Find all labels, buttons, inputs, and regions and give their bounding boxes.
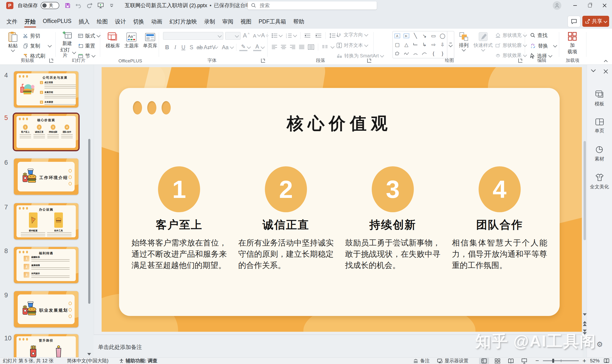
tab-animations[interactable]: 动画 [148, 15, 166, 29]
text-direction-button[interactable]: A 文字方向 [337, 32, 368, 38]
tab-home[interactable]: 开始 [21, 15, 39, 29]
highlight-color-button[interactable]: ✎ [239, 43, 247, 51]
tab-draw[interactable]: 绘图 [93, 15, 111, 29]
text-shadow-button[interactable]: S [187, 44, 195, 51]
sidebar-item-beautify[interactable]: 全文美化 [587, 173, 612, 190]
comments-button[interactable] [568, 16, 580, 27]
shape-freeform[interactable] [393, 49, 402, 58]
decrease-font-button[interactable]: A [253, 33, 260, 39]
close-button[interactable] [597, 0, 612, 11]
previous-slide-button[interactable] [583, 321, 587, 326]
strikethrough-button[interactable]: ab [195, 44, 204, 51]
shape-line[interactable]: ╲ [411, 31, 420, 40]
tab-help[interactable]: 帮助 [290, 15, 308, 29]
start-slideshow-button[interactable] [96, 1, 106, 10]
thumbnail-slide-6[interactable]: 6 工作环境介绍 [0, 158, 94, 195]
underline-button[interactable]: U [179, 44, 187, 51]
font-color-button[interactable]: A [253, 43, 261, 51]
shape-rectangle[interactable]: ▭ [429, 31, 438, 40]
clipboard-dialog-launcher[interactable] [49, 59, 53, 63]
thumbnail-slide-8[interactable]: 8 福利待遇 1薪酬体系 2健康保障 3休闲娱乐 [0, 247, 94, 283]
language-status[interactable]: 简体中文(中国大陆) [67, 358, 108, 364]
increase-font-button[interactable]: A^ [243, 32, 249, 39]
shape-elbow-arrow-connector[interactable]: ↳ [420, 40, 429, 49]
thumbnail-scrollbar[interactable] [88, 65, 91, 357]
panel-chevron-down-icon[interactable] [591, 69, 596, 72]
shape-textbox[interactable]: A [393, 31, 402, 40]
slide-content-card[interactable]: 核心价值观 1 客户至上 始终将客户需求放在首位，通过不断改进产品和服务来满足甚… [119, 88, 560, 316]
shape-scribble[interactable] [402, 49, 411, 58]
thumbnail-slide-5-selected[interactable]: 5 核心价值观 1客户至上 2诚信正直 3持续创新 4团队合作 [0, 114, 94, 150]
change-case-button[interactable]: Aa [220, 44, 231, 51]
slide-editing-surface[interactable]: 核心价值观 1 客户至上 始终将客户需求放在首位，通过不断改进产品和服务来满足甚… [102, 67, 582, 332]
slide-sorter-view-button[interactable] [493, 358, 503, 364]
minimize-button[interactable] [568, 0, 582, 11]
shape-curve[interactable] [420, 49, 429, 58]
notes-placeholder[interactable]: 单击此处添加备注 [98, 343, 142, 351]
share-button[interactable]: 共享 [582, 16, 609, 27]
account-avatar[interactable] [553, 1, 561, 10]
clear-formatting-button[interactable]: A◇ [261, 32, 268, 39]
shape-effects-button[interactable]: 形状效果 [495, 52, 526, 59]
zoom-level[interactable]: 52% [590, 358, 599, 364]
accessibility-status[interactable]: 辅助功能: 调查 [119, 358, 157, 364]
theme-library-button[interactable]: Aa 主题库 [123, 32, 140, 49]
tab-slideshow[interactable]: 幻灯片放映 [166, 15, 201, 29]
shape-right-arrow[interactable]: ⇨ [429, 40, 438, 49]
cut-button[interactable]: 剪切 [23, 33, 40, 39]
align-text-button[interactable]: 对齐文本 [337, 42, 368, 49]
new-slide-button[interactable]: 新建 幻灯片 [59, 31, 76, 58]
addins-button[interactable]: 加 载项 [564, 31, 581, 54]
notes-toggle-button[interactable]: 备注 [413, 358, 430, 364]
tab-pdf-toolbox[interactable]: PDF工具箱 [255, 15, 290, 29]
font-size-select[interactable] [225, 32, 240, 40]
collapse-ribbon-button[interactable] [604, 60, 608, 62]
tab-record[interactable]: 录制 [201, 15, 219, 29]
tab-view[interactable]: 视图 [237, 15, 255, 29]
shape-down-arrow[interactable]: ⇩ [438, 40, 447, 49]
slide-title[interactable]: 核心价值观 [119, 112, 560, 135]
redo-button[interactable] [85, 1, 95, 10]
normal-view-button[interactable] [479, 358, 489, 364]
zoom-slider-thumb[interactable] [552, 359, 554, 363]
reading-view-button[interactable] [506, 358, 516, 364]
shape-elbow-connector[interactable] [411, 40, 420, 49]
shape-vertical-textbox[interactable]: ⊳ [402, 31, 411, 40]
display-settings-button[interactable]: 显示器设置 [437, 358, 469, 364]
shape-right-brace[interactable]: } [438, 49, 447, 58]
tab-insert[interactable]: 插入 [75, 15, 93, 29]
thumbnail-slide-10[interactable]: 10 晋升路径 [0, 334, 94, 357]
shape-arrow[interactable]: ↘ [420, 31, 429, 40]
thumbnail-slide-7[interactable]: 7 办公设施 硬件配置 软件工具 [0, 203, 94, 239]
scrollbar-thumb[interactable] [584, 141, 586, 240]
page-library-button[interactable]: 单页库 [142, 32, 159, 49]
fit-slide-to-window-button[interactable] [603, 358, 610, 364]
shape-rounded-rectangle[interactable]: ▢ [393, 40, 402, 49]
zoom-in-button[interactable]: + [583, 357, 586, 364]
value-column-4[interactable]: 4 团队合作 相信集体智慧大于个人能力，倡导开放沟通和平等尊重的工作氛围。 [446, 166, 553, 271]
sidebar-item-single-page[interactable]: 单页 [587, 118, 612, 134]
template-library-button[interactable]: 模板库 [104, 32, 121, 49]
shape-outline-button[interactable]: 形状轮廓 [495, 42, 526, 49]
scrollbar-thumb[interactable] [88, 139, 90, 304]
sidebar-item-material[interactable]: 素材 [587, 145, 612, 162]
replace-button[interactable]: bc 替换 [530, 42, 557, 49]
thumbnail-slide-9[interactable]: 9 职业发展规划 [0, 291, 94, 327]
thumbnail-slide-4[interactable]: 4 公司历史与发展 1成立背景 2发展历程 3未来展望 [0, 71, 94, 107]
scroll-down-arrow-icon[interactable] [583, 313, 587, 316]
powerpoint-logo-icon[interactable]: P [6, 2, 13, 9]
tab-design[interactable]: 设计 [111, 15, 130, 29]
value-column-1[interactable]: 1 客户至上 始终将客户需求放在首位，通过不断改进产品和服务来满足甚至超越他们的… [126, 166, 233, 271]
tab-officeplus[interactable]: OfficePLUS [39, 15, 75, 29]
search-input[interactable] [259, 2, 365, 9]
slide-counter[interactable]: 幻灯片 第 5 张, 共 12 张 [3, 358, 53, 364]
shape-arc[interactable] [411, 49, 420, 58]
reset-button[interactable]: 重置 [78, 42, 95, 49]
zoom-slider[interactable] [543, 360, 579, 361]
paragraph-dialog-launcher[interactable] [367, 59, 371, 63]
autosave-toggle[interactable]: 关 [41, 2, 59, 9]
restore-button[interactable] [582, 0, 597, 11]
value-column-2[interactable]: 2 诚信正直 在所有业务活动中坚持诚实守信的原则，建立长期稳定的合作关系。 [233, 166, 339, 271]
customize-quick-access-button[interactable] [107, 1, 117, 10]
paste-button[interactable]: 粘贴 [5, 32, 21, 51]
